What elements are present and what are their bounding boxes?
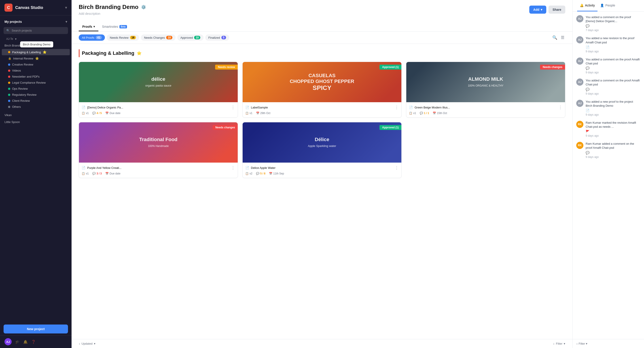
- my-projects-header[interactable]: My projects ▾: [0, 18, 72, 25]
- add-button[interactable]: Add ▾: [529, 6, 546, 14]
- filter-link[interactable]: ↕ Filter ▾: [576, 342, 588, 345]
- search-projects-input[interactable]: 🔍 Search projects: [4, 27, 68, 34]
- tab-smartnotes[interactable]: Smartnotes Beta: [98, 22, 130, 31]
- search-button[interactable]: 🔍: [552, 34, 558, 41]
- filter-status[interactable]: ↕ Filter ▾: [553, 342, 565, 345]
- share-button[interactable]: Share: [548, 6, 565, 14]
- graduation-icon[interactable]: 🎓: [15, 340, 20, 344]
- settings-icon[interactable]: ⚙️: [141, 5, 146, 10]
- activity-comment-icon-3: 💬: [586, 66, 640, 70]
- project-vikan[interactable]: Vikan: [0, 112, 72, 118]
- proof-more-2[interactable]: ⋮: [395, 105, 399, 110]
- star-internal: ⭐: [35, 56, 39, 60]
- proof-file-icon-1: 📄: [82, 106, 86, 109]
- proof-card-3[interactable]: ALMOND MILK100% ORGANIC & HEALTHY Needs …: [406, 62, 565, 118]
- activity-comment-icon-4: 💬: [586, 88, 640, 91]
- sidebar-item-videos[interactable]: Videos: [2, 68, 70, 74]
- filter-needs-review[interactable]: Needs Review 16: [107, 34, 139, 41]
- version-icon-3: 📋: [409, 112, 412, 115]
- proof-file-icon-4: 📄: [82, 166, 86, 170]
- sidebar-item-legal[interactable]: Legal Compliance Review: [2, 80, 70, 86]
- bell-tab-icon: 🔔: [580, 4, 584, 7]
- main-header: Proofs ▾ Smartnotes Beta: [72, 16, 572, 32]
- sidebar-item-others[interactable]: Others: [2, 104, 70, 110]
- sidebar-item-creative-review[interactable]: Creative Review: [2, 62, 70, 68]
- updated-status[interactable]: ↕ Updated ▾: [79, 342, 96, 345]
- proof-meta-4: 📋 v1 💬 3 / 3 📅 Due date: [82, 172, 235, 175]
- proof-meta-1: 📋 v1 💬 4 / 5 📅 Due date: [82, 112, 235, 115]
- activity-item-7: RK Ram Kumar added a comment on the proo…: [576, 142, 640, 158]
- avatar-6: RK: [576, 121, 584, 128]
- filter-approved[interactable]: Approved 10: [177, 34, 204, 41]
- filter-bar: All Proofs 41 Needs Review 16 Needs Chan…: [72, 32, 572, 44]
- proof-card-5[interactable]: DéliceApple Sparkling water Approved (1)…: [242, 122, 402, 178]
- tab-activity[interactable]: 🔔 Activity: [577, 0, 598, 12]
- filter-finalized[interactable]: Finalized 5: [205, 34, 229, 41]
- proof-card-4[interactable]: Traditional Food100% Handmade Needs chan…: [79, 122, 238, 178]
- proof-thumb-3: ALMOND MILK100% ORGANIC & HEALTHY Needs …: [406, 62, 565, 102]
- main-top-bar: Birch Branding Demo ⚙️ Add description A…: [72, 0, 572, 16]
- sidebar-item-ops[interactable]: Ops Review: [2, 86, 70, 92]
- page-title: Birch Branding Demo: [79, 4, 138, 10]
- dot-others: [8, 106, 10, 108]
- sidebar-item-regulatory[interactable]: Regulatory Review: [2, 92, 70, 98]
- activity-body-3: You added a comment on the proof Amalfi …: [586, 58, 640, 74]
- sidebar-item-newsletter[interactable]: Newsletter and PDFs: [2, 74, 70, 80]
- dot-legal: [8, 82, 10, 84]
- proof-file-icon-3: 📄: [409, 106, 413, 109]
- filter-icon: ↕: [553, 342, 555, 345]
- sidebar-item-packaging[interactable]: Packaging & Labelling ⭐: [2, 49, 70, 55]
- proof-meta-3: 📋 v1 💬 1 / 1 📅 15th Oct: [409, 112, 562, 115]
- comment-icon-3: 💬: [420, 112, 423, 115]
- proof-card-1[interactable]: déliceorganic pasta sauce Needs review 📄…: [79, 62, 238, 118]
- sidebar-item-internal-review[interactable]: 🔒 Internal Review ⭐: [2, 55, 70, 62]
- help-icon[interactable]: ❓: [31, 340, 36, 344]
- proof-more-5[interactable]: ⋮: [395, 165, 399, 170]
- proof-info-5: 📄 Delice Apple Water ⋮ 📋 v2 💬 5 / 8: [242, 162, 402, 178]
- tab-proofs[interactable]: Proofs ▾: [79, 22, 98, 31]
- user-avatar[interactable]: AJ: [4, 338, 12, 345]
- proof-name-4: Purple And Yellow Creati...: [87, 166, 229, 170]
- sidebar-item-aj-te[interactable]: AJ-Te ▾: [2, 36, 70, 42]
- proof-more-1[interactable]: ⋮: [231, 105, 235, 110]
- dot-creative: [8, 64, 10, 66]
- filter-needs-changes[interactable]: Needs Changes 10: [141, 34, 176, 41]
- calendar-icon-1: 📅: [105, 112, 109, 115]
- sidebar-item-client[interactable]: Client Review: [2, 98, 70, 104]
- comment-icon-4: 💬: [92, 172, 96, 175]
- proof-meta-2: 📋 v1 📅 29th Oct: [245, 112, 399, 115]
- bell-icon[interactable]: 🔔: [23, 340, 28, 344]
- dot-videos: [8, 70, 10, 72]
- filter-all-proofs[interactable]: All Proofs 41: [79, 34, 105, 41]
- calendar-icon-4: 📅: [105, 172, 109, 175]
- calendar-icon-2: 📅: [256, 112, 260, 115]
- project-little-spoon[interactable]: Little Spoon: [0, 118, 72, 126]
- activity-body-6: Ram Kumar marked the revision Amalfi Cha…: [586, 121, 640, 137]
- status-badge-1: Needs review: [215, 65, 238, 70]
- beta-badge: Beta: [120, 25, 127, 28]
- app-title: Canvas Studio: [15, 5, 62, 10]
- proof-thumb-5: DéliceApple Sparkling water Approved (1): [242, 122, 402, 162]
- avatar-1: AJ: [576, 15, 584, 22]
- proof-thumb-4: Traditional Food100% Handmade Needs chan…: [79, 122, 238, 162]
- add-description[interactable]: Add description: [79, 12, 146, 16]
- status-badge-4: Needs changes: [213, 125, 238, 130]
- people-tab-icon: 👤: [600, 4, 604, 7]
- avatar-2: AJ: [576, 36, 584, 44]
- sidebar-expand-icon[interactable]: ▾: [65, 5, 67, 10]
- proof-more-3[interactable]: ⋮: [558, 105, 562, 110]
- proof-more-4[interactable]: ⋮: [231, 165, 235, 170]
- new-project-button[interactable]: New project: [4, 324, 68, 334]
- proof-info-1: 📄 [Demo] Delice Organic Pa... ⋮ 📋 v1 💬 4…: [79, 102, 238, 118]
- version-icon-1: 📋: [82, 112, 85, 115]
- section-star-icon: ⭐: [137, 51, 142, 56]
- comment-icon-1: 💬: [92, 112, 96, 115]
- activity-flag-icon-6: 🚩: [586, 130, 640, 133]
- avatar-4: AJ: [576, 78, 584, 86]
- activity-body-4: You added a comment on the proof Amalfi …: [586, 78, 640, 95]
- list-view-button[interactable]: ☰: [560, 34, 565, 41]
- proof-card-2[interactable]: CASUELASCHOPPED GHOST PEPPERSPICY Approv…: [242, 62, 402, 118]
- tab-people[interactable]: 👤 People: [598, 0, 618, 12]
- dot-ops: [8, 88, 10, 90]
- right-panel-bottom: ↕ Filter ▾: [573, 339, 644, 348]
